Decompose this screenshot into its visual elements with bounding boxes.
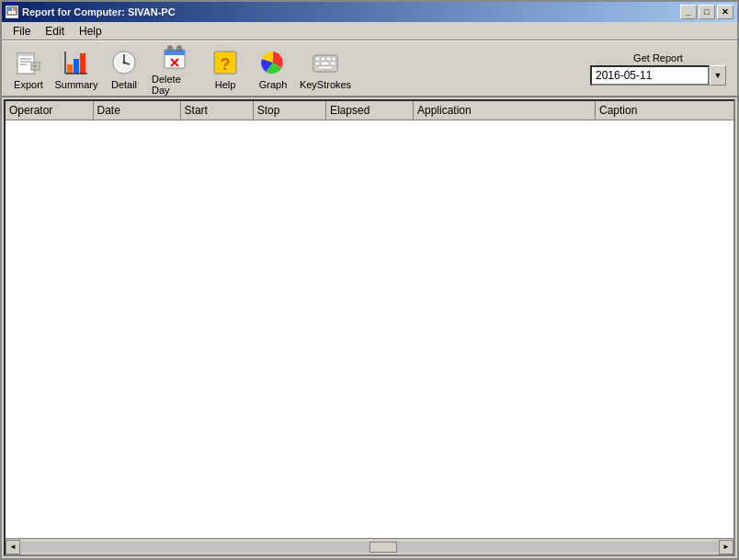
delete-day-label: Delete Day [152,74,198,96]
summary-icon [62,48,91,77]
keystrokes-button[interactable]: KeyStrokes [298,45,353,93]
minimize-button[interactable]: _ [680,5,697,19]
svg-rect-36 [321,62,329,65]
maximize-button[interactable]: □ [699,5,715,19]
keystrokes-icon [311,48,340,77]
get-report-area: Get Report ▼ [590,52,733,86]
main-content: Operator Date Start Stop Elapsed Applica… [4,99,735,556]
svg-rect-38 [318,66,333,69]
col-stop: Stop [253,101,325,120]
svg-rect-13 [80,53,85,74]
date-input[interactable] [590,65,710,86]
graph-icon [258,48,288,77]
menu-edit[interactable]: Edit [38,23,72,40]
data-table: Operator Date Start Stop Elapsed Applica… [6,101,733,120]
summary-label: Summary [54,79,97,90]
horizontal-scrollbar: ◄ ► [6,538,733,554]
svg-rect-35 [315,62,320,65]
scroll-right-button[interactable]: ► [719,540,733,554]
scroll-thumb[interactable] [370,542,397,553]
delete-day-button[interactable]: Delete Day [149,45,200,93]
help-button[interactable]: ? Help [202,45,248,93]
detail-icon [109,48,139,77]
keystrokes-label: KeyStrokes [300,79,351,90]
svg-rect-2 [13,8,16,11]
window-title: Report for Computer: SIVAN-PC [22,6,176,17]
export-icon [14,48,43,77]
get-report-row: ▼ [590,65,726,86]
col-caption: Caption [595,101,733,120]
export-button[interactable]: Export [6,45,51,93]
export-label: Export [14,79,43,90]
summary-button[interactable]: Summary [53,45,99,93]
title-bar: Report for Computer: SIVAN-PC _ □ ✕ [2,2,737,22]
menu-help[interactable]: Help [72,23,109,40]
get-report-label: Get Report [590,52,726,63]
help-label: Help [215,79,236,90]
svg-rect-4 [18,54,33,56]
svg-text:?: ? [221,55,231,74]
menu-file[interactable]: File [6,23,38,40]
svg-rect-33 [326,57,331,61]
svg-rect-32 [321,57,325,61]
graph-label: Graph [259,79,288,90]
main-window: Report for Computer: SIVAN-PC _ □ ✕ File… [0,0,739,560]
svg-rect-1 [8,8,12,11]
date-dropdown-button[interactable]: ▼ [710,65,726,86]
col-start: Start [180,101,253,120]
menu-bar: File Edit Help [2,22,737,40]
help-icon: ? [210,48,240,77]
svg-rect-31 [315,57,320,61]
svg-rect-22 [165,50,185,55]
toolbar: Export Summary [2,40,737,97]
svg-rect-23 [168,46,172,51]
detail-button[interactable]: Detail [101,45,147,93]
svg-rect-34 [332,57,335,61]
svg-rect-24 [177,46,181,51]
title-bar-left: Report for Computer: SIVAN-PC [6,6,176,18]
window-icon [6,6,18,18]
svg-rect-37 [330,62,335,65]
scroll-area[interactable]: Operator Date Start Stop Elapsed Applica… [6,101,733,538]
close-button[interactable]: ✕ [717,5,733,19]
scroll-left-button[interactable]: ◄ [6,540,20,554]
scroll-track[interactable] [20,542,719,553]
delete-day-icon [160,42,189,72]
svg-point-20 [123,61,126,63]
detail-label: Detail [111,79,137,90]
svg-rect-12 [74,59,79,74]
col-date: Date [93,101,180,120]
col-operator: Operator [6,101,93,120]
col-application: Application [413,101,595,120]
window-controls: _ □ ✕ [680,5,733,19]
svg-rect-11 [67,64,73,74]
col-elapsed: Elapsed [325,101,413,120]
graph-button[interactable]: Graph [250,45,296,93]
